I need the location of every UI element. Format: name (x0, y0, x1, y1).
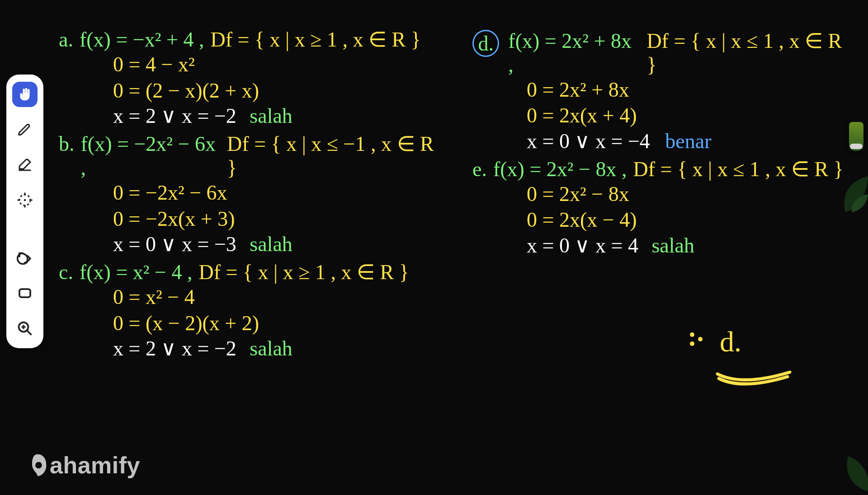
right-column: d. f(x) = 2x² + 8x , Df = { x | x ≤ 1 , … (472, 27, 854, 364)
whiteboard-canvas[interactable]: a. f(x) = −x² + 4 , Df = { x | x ≥ 1 , x… (59, 27, 854, 477)
answer-letter: d. (720, 326, 741, 358)
leaf-decoration-icon (816, 456, 868, 495)
left-column: a. f(x) = −x² + 4 , Df = { x | x ≥ 1 , x… (59, 27, 441, 364)
svg-line-8 (27, 331, 31, 335)
problem-d: d. f(x) = 2x² + 8x , Df = { x | x ≤ 1 , … (472, 27, 854, 153)
problem-b: b. f(x) = −2x² − 6x , Df = { x | x ≤ −1 … (59, 131, 441, 256)
underline-stroke-icon (715, 361, 792, 379)
result-x: x = 2 ∨ x = −2 (113, 104, 236, 127)
content-columns: a. f(x) = −x² + 4 , Df = { x | x ≥ 1 , x… (59, 27, 854, 364)
problem-function: f(x) = 2x² − 8x , (493, 157, 627, 181)
brand-text: ahamify (50, 452, 140, 479)
left-toolbar (6, 75, 43, 348)
eraser-tool[interactable] (12, 152, 38, 177)
result-line: x = 0 ∨ x = −3 salah (113, 232, 441, 256)
step-line: 0 = (x − 2)(x + 2) (113, 310, 441, 336)
hand-icon (17, 86, 33, 103)
target-icon (17, 192, 33, 208)
verdict: salah (651, 234, 694, 257)
undo-tool[interactable] (12, 245, 38, 271)
verdict: salah (250, 104, 292, 127)
step-line: 0 = 2x(x − 4) (527, 207, 854, 233)
step-line: 0 = 4 − x² (113, 51, 441, 78)
shape-tool[interactable] (12, 187, 38, 213)
brand-logo-icon (26, 452, 49, 478)
problem-letter: c. (59, 260, 73, 284)
problem-domain: Df = { x | x ≥ 1 , x ∈ R } (211, 27, 421, 51)
step-line: 0 = −2x² − 6x (113, 180, 441, 206)
svg-point-1 (24, 199, 26, 201)
result-x: x = 0 ∨ x = 4 (527, 234, 638, 257)
result-line: x = 0 ∨ x = −4 benar (527, 129, 854, 153)
circled-d-icon: d. (472, 30, 499, 57)
problem-function: f(x) = 2x² + 8x , (508, 29, 640, 77)
pen-icon (17, 121, 33, 138)
problem-c: c. f(x) = x² − 4 , Df = { x | x ≥ 1 , x … (59, 260, 441, 360)
problem-domain: Df = { x | x ≤ 1 , x ∈ R } (633, 157, 844, 181)
problem-function: f(x) = −2x² − 6x , (81, 132, 221, 180)
problem-a: a. f(x) = −x² + 4 , Df = { x | x ≥ 1 , x… (59, 27, 441, 128)
problem-domain: Df = { x | x ≤ 1 , x ∈ R } (646, 28, 854, 77)
result-x: x = 0 ∨ x = −3 (113, 233, 236, 256)
problem-letter: b. (59, 132, 75, 156)
step-line: 0 = (2 − x)(2 + x) (113, 78, 441, 104)
result-line: x = 0 ∨ x = 4 salah (527, 233, 854, 257)
svg-rect-6 (19, 289, 30, 297)
verdict: benar (665, 130, 711, 153)
brand-watermark: ahamify (26, 452, 140, 479)
result-line: x = 2 ∨ x = −2 salah (113, 103, 441, 128)
step-line: 0 = 2x(x + 4) (527, 103, 854, 129)
problem-letter: d. (478, 32, 494, 56)
zoom-in-icon (17, 320, 33, 336)
active-pen-indicator[interactable] (849, 122, 863, 151)
step-line: 0 = 2x² + 8x (527, 77, 854, 103)
problem-e: e. f(x) = 2x² − 8x , Df = { x | x ≤ 1 , … (472, 157, 854, 257)
zoom-tool[interactable] (12, 316, 38, 341)
undo-icon (17, 250, 33, 266)
pointer-tool[interactable] (12, 82, 38, 107)
verdict: salah (250, 233, 292, 256)
eraser-icon (17, 157, 33, 173)
rectangle-icon (17, 285, 33, 301)
verdict: salah (250, 337, 292, 360)
problem-domain: Df = { x | x ≥ 1 , x ∈ R } (199, 260, 409, 284)
result-x: x = 2 ∨ x = −2 (113, 337, 236, 360)
problem-letter: e. (472, 157, 487, 181)
step-line: 0 = 2x² − 8x (527, 181, 854, 207)
problem-function: f(x) = x² − 4 , (80, 260, 193, 284)
rectangle-tool[interactable] (12, 280, 38, 306)
step-line: 0 = −2x(x + 3) (113, 206, 441, 232)
conclusion: d. (720, 325, 741, 359)
pen-tool[interactable] (12, 117, 38, 142)
leaf-decoration-icon (814, 172, 868, 214)
problem-letter: a. (59, 28, 73, 51)
result-line: x = 2 ∨ x = −2 salah (113, 336, 441, 360)
problem-function: f(x) = −x² + 4 , (80, 28, 204, 51)
therefore-icon (690, 328, 703, 346)
problem-domain: Df = { x | x ≤ −1 , x ∈ R } (227, 131, 441, 180)
result-x: x = 0 ∨ x = −4 (527, 130, 650, 153)
step-line: 0 = x² − 4 (113, 284, 441, 310)
